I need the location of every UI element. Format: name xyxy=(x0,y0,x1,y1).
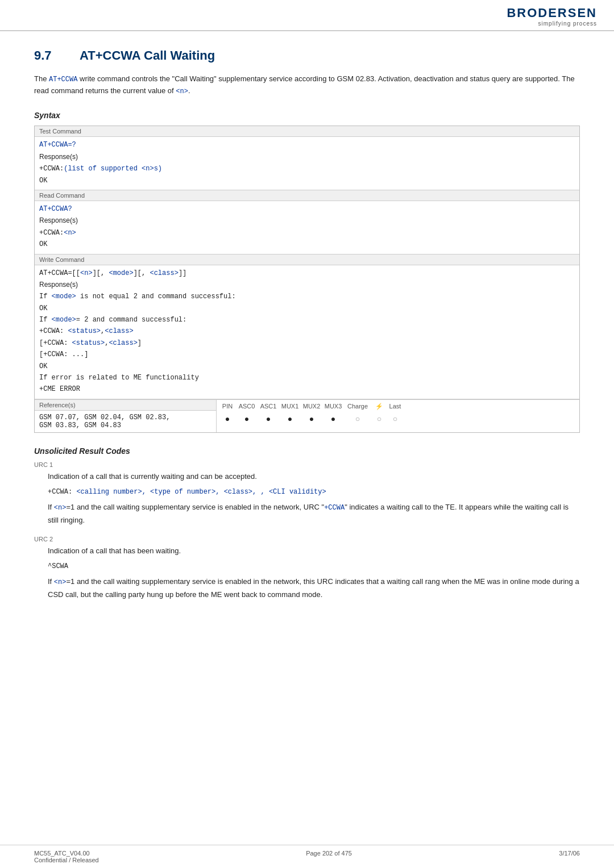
col-pin: PIN xyxy=(219,403,236,410)
page-header: BRODERSEN simplifying process xyxy=(0,0,614,31)
write-line5: [+CCWA: ...] xyxy=(39,350,88,358)
intro-text-before: The xyxy=(34,74,49,83)
write-command-text: AT+CCWA=[[<n>][, <mode>][, <class>]] xyxy=(39,269,186,277)
dot-mux3: ● xyxy=(322,414,344,424)
read-command-body: AT+CCWA? Response(s) +CCWA:<n> OK xyxy=(35,201,579,254)
main-content: 9.7 AT+CCWA Call Waiting The AT+CCWA wri… xyxy=(0,31,614,621)
reference-left: Reference(s) GSM 07.07, GSM 02.04, GSM 0… xyxy=(35,400,217,432)
col-mux3: MUX3 xyxy=(322,403,344,410)
reference-right: PIN ASC0 ASC1 MUX1 MUX2 MUX3 Charge ⚡ La… xyxy=(217,400,579,432)
dot-asc0: ● xyxy=(236,414,258,424)
urc2-n-ref: <n> xyxy=(54,578,67,586)
col-wave: ⚡ xyxy=(371,403,387,410)
dot-pin: ● xyxy=(219,414,236,424)
urc2-code: ^SCWA xyxy=(48,561,580,572)
write-command-label: Write Command xyxy=(35,254,579,265)
write-response-label: Response(s) xyxy=(39,281,78,289)
read-response-line1: +CCWA:<n> xyxy=(39,229,76,237)
section-number: 9.7 xyxy=(34,48,63,63)
read-response-ok: OK xyxy=(39,240,47,248)
reference-block: Reference(s) GSM 07.07, GSM 02.04, GSM 0… xyxy=(35,399,579,432)
write-line7: +CME ERROR xyxy=(39,385,80,393)
write-command-body: AT+CCWA=[[<n>][, <mode>][, <class>]] Res… xyxy=(35,265,579,399)
test-command-text: AT+CCWA=? xyxy=(39,141,76,149)
read-command-label: Read Command xyxy=(35,190,579,201)
intro-code1: AT+CCWA xyxy=(49,76,77,84)
urc1-body: Indication of a call that is currently w… xyxy=(34,470,580,527)
write-line2: If <mode>= 2 and command successful: xyxy=(39,316,186,324)
dot-last: ○ xyxy=(387,414,403,424)
test-command-label: Test Command xyxy=(35,126,579,137)
reference-label: Reference(s) xyxy=(35,400,216,411)
test-response-label: Response(s) xyxy=(39,153,78,161)
reference-refs: GSM 07.07, GSM 02.04, GSM 02.83,GSM 03.8… xyxy=(35,411,216,432)
write-line1: If <mode> is not equal 2 and command suc… xyxy=(39,293,236,301)
urc1-explanation: If <n>=1 and the call waiting supplement… xyxy=(48,501,580,526)
write-command-block: Write Command AT+CCWA=[[<n>][, <mode>][,… xyxy=(35,254,579,399)
intro-text-end: . xyxy=(188,86,190,95)
footer-confidential: Confidential / Released xyxy=(34,857,99,863)
col-asc0: ASC0 xyxy=(236,403,258,410)
urc1-n-ref: <n> xyxy=(54,504,67,512)
test-command-block: Test Command AT+CCWA=? Response(s) +CCWA… xyxy=(35,126,579,190)
write-line3: +CCWA: <status>,<class> xyxy=(39,327,134,335)
page-footer: MC55_ATC_V04.00 Confidential / Released … xyxy=(0,845,614,868)
read-command-text: AT+CCWA? xyxy=(39,205,72,213)
dot-mux1: ● xyxy=(279,414,301,424)
footer-date: 3/17/06 xyxy=(559,850,580,863)
logo-text: BRODERSEN xyxy=(507,6,597,20)
reference-row: Reference(s) GSM 07.07, GSM 02.04, GSM 0… xyxy=(35,400,579,432)
urc-section: URC 1 Indication of a call that is curre… xyxy=(34,461,580,601)
section-heading: 9.7 AT+CCWA Call Waiting xyxy=(34,48,580,63)
footer-center: Page 202 of 475 xyxy=(306,850,352,863)
intro-code2: <n> xyxy=(176,87,188,95)
test-response-ok: OK xyxy=(39,177,47,185)
write-ok1: OK xyxy=(39,304,47,312)
urc1-label: URC 1 xyxy=(34,461,580,468)
reference-dots: ● ● ● ● ● ● ○ ○ ○ xyxy=(219,414,577,424)
urc1-desc: Indication of a call that is currently w… xyxy=(48,470,580,483)
col-asc1: ASC1 xyxy=(258,403,279,410)
syntax-box: Test Command AT+CCWA=? Response(s) +CCWA… xyxy=(34,126,580,432)
syntax-heading: Syntax xyxy=(34,111,580,120)
urc2-explanation: If <n>=1 and the call waiting supplement… xyxy=(48,575,580,600)
logo-sub: simplifying process xyxy=(538,20,597,27)
dot-wave: ○ xyxy=(371,414,387,424)
footer-doc-id: MC55_ATC_V04.00 xyxy=(34,850,99,857)
col-charge: Charge xyxy=(344,403,371,410)
col-mux1: MUX1 xyxy=(279,403,301,410)
test-response-line1: +CCWA:(list of supported <n>s) xyxy=(39,165,162,173)
section-title: AT+CCWA Call Waiting xyxy=(80,48,215,63)
urc2-body: Indication of a call that has been waiti… xyxy=(34,545,580,601)
intro-paragraph: The AT+CCWA write command controls the "… xyxy=(34,73,580,97)
urc1-urc-ref: +CCWA xyxy=(324,504,345,512)
urc-heading: Unsolicited Result Codes xyxy=(34,446,580,456)
dot-asc1: ● xyxy=(258,414,279,424)
write-ok2: OK xyxy=(39,362,47,370)
logo-area: BRODERSEN simplifying process xyxy=(507,6,597,27)
read-command-block: Read Command AT+CCWA? Response(s) +CCWA:… xyxy=(35,190,579,254)
col-last: Last xyxy=(387,403,403,410)
write-line6: If error is related to ME functionality xyxy=(39,374,199,382)
write-line4: [+CCWA: <status>,<class>] xyxy=(39,339,142,347)
reference-header: PIN ASC0 ASC1 MUX1 MUX2 MUX3 Charge ⚡ La… xyxy=(219,403,577,410)
footer-left: MC55_ATC_V04.00 Confidential / Released xyxy=(34,850,99,863)
intro-text-middle: write command controls the "Call Waiting… xyxy=(34,74,575,95)
urc2-label: URC 2 xyxy=(34,536,580,542)
dot-mux2: ● xyxy=(301,414,322,424)
dot-charge: ○ xyxy=(344,414,371,424)
read-response-label: Response(s) xyxy=(39,216,78,224)
urc1-code-args: <calling number>, <type of number>, <cla… xyxy=(76,488,326,496)
urc1-code: +CCWA: <calling number>, <type of number… xyxy=(48,486,580,498)
urc1-code-prefix: +CCWA: xyxy=(48,488,76,496)
test-command-body: AT+CCWA=? Response(s) +CCWA:(list of sup… xyxy=(35,137,579,190)
col-mux2: MUX2 xyxy=(301,403,322,410)
urc2-desc: Indication of a call that has been waiti… xyxy=(48,545,580,557)
